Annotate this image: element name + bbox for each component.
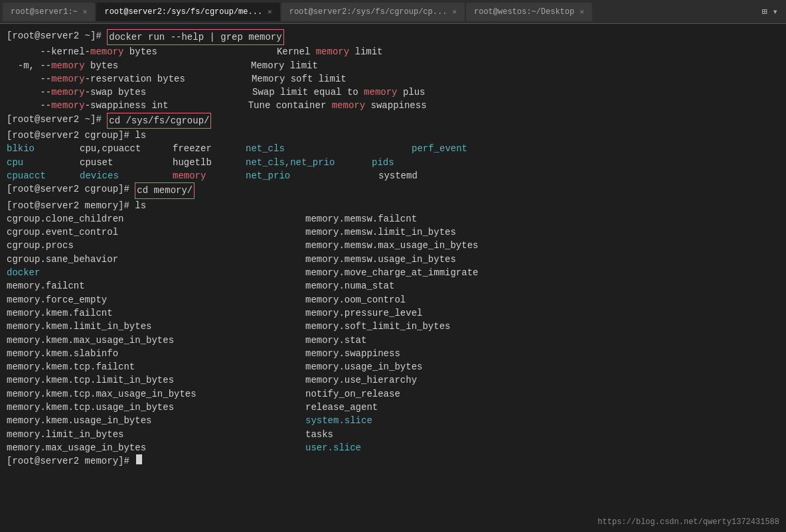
tab-bar: root@server1:~ ✕ root@server2:/sys/fs/cg… bbox=[0, 0, 786, 24]
ls-output: cgroup.clone_children cgroup.event_contr… bbox=[7, 212, 779, 454]
tab-close-3[interactable]: ✕ bbox=[452, 7, 457, 16]
terminal-line-cdmem: [root@server2 cgroup]# cd memory/ bbox=[7, 182, 779, 198]
cursor bbox=[136, 454, 142, 464]
tab-server1[interactable]: root@server1:~ ✕ bbox=[3, 3, 95, 21]
terminal-line-2: --kernel-memory bytes Kernel memory limi… bbox=[7, 45, 779, 58]
tab-icons: ⊞ ▾ bbox=[761, 6, 783, 17]
tab-close-1[interactable]: ✕ bbox=[83, 7, 88, 16]
terminal-line-1: [root@server2 ~]# docker run --help | gr… bbox=[7, 29, 779, 45]
terminal-line-8: [root@server2 cgroup]# ls bbox=[7, 129, 779, 142]
tab-server2-cpu[interactable]: root@server2:/sys/fs/cgroup/cp... ✕ bbox=[281, 3, 465, 21]
terminal-line-4: --memory-reservation bytes Memory soft l… bbox=[7, 72, 779, 86]
terminal-line-prompt: [root@server2 memory]# bbox=[7, 454, 779, 468]
monitor-icon[interactable]: ⊞ bbox=[761, 6, 767, 17]
ls-col-right: memory.memsw.failcnt memory.memsw.limit_… bbox=[305, 212, 779, 454]
terminal: [root@server2 ~]# docker run --help | gr… bbox=[0, 24, 786, 532]
tab-close-2[interactable]: ✕ bbox=[268, 7, 272, 16]
terminal-line-ls3: cpuacct devices memory net_prio systemd bbox=[7, 169, 779, 182]
terminal-line-3: -m, --memory bytes Memory limit bbox=[7, 59, 779, 72]
chevron-down-icon[interactable]: ▾ bbox=[773, 6, 778, 17]
terminal-line-ls2: cpu cpuset hugetlb net_cls,net_prio pids bbox=[7, 156, 779, 169]
terminal-line-ls1: blkio cpu,cpuacct freezer net_cls perf_e… bbox=[7, 142, 779, 155]
tab-server2-memory[interactable]: root@server2:/sys/fs/cgroup/me... ✕ bbox=[96, 3, 279, 21]
tab-westos[interactable]: root@westos:~/Desktop ✕ bbox=[466, 3, 592, 21]
terminal-line-5: --memory-swap bytes Swap limit equal to … bbox=[7, 86, 779, 99]
footer-url: https://blog.csdn.net/qwerty1372431588 bbox=[597, 517, 779, 528]
tab-close-4[interactable]: ✕ bbox=[580, 7, 584, 16]
terminal-line-7: [root@server2 ~]# cd /sys/fs/cgroup/ bbox=[7, 113, 779, 129]
ls-col-left: cgroup.clone_children cgroup.event_contr… bbox=[7, 212, 305, 454]
terminal-line-ls-mem: [root@server2 memory]# ls bbox=[7, 199, 779, 212]
terminal-line-6: --memory-swappiness int Tune container m… bbox=[7, 99, 779, 112]
